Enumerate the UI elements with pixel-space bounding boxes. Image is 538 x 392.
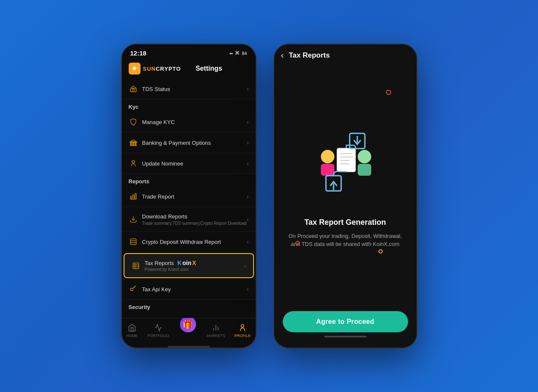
logo-area: ☀ SUNCRYPTO [129,63,181,75]
menu-item-crypto-deposit[interactable]: Crypto Deposit Withdraw Report › [122,232,256,252]
menu-text: TDS Status [142,86,170,92]
right-phone: ‹ Tax Reports [273,44,417,348]
menu-content: Crypto Deposit Withdraw Report [142,238,247,246]
svg-rect-15 [133,263,139,269]
signal-icon: ▪▪ [229,51,233,56]
tax-report-illustration [299,121,392,205]
app-logo-icon: ☀ [129,63,141,75]
header-title: Settings [196,65,222,72]
menu-content: Update Nominee [142,160,247,167]
svg-marker-6 [130,140,136,142]
chevron-right-icon: › [244,262,246,269]
app-header: ☀ SUNCRYPTO Settings [122,59,256,79]
menu-text: Tax Api Key [142,286,171,293]
menu-item-tax-reports[interactable]: Tax Reports KoinX Powered by KoinX.com › [124,253,254,278]
menu-item-tds-status[interactable]: TDS Status › [122,79,256,99]
section-label-security: Security [122,300,256,312]
menu-item-download-reports[interactable]: Download Reports Trade summary,TDS summa… [122,207,256,232]
koinx-subtext: Powered by KoinX.com [145,267,244,272]
nav-label-gift [188,335,189,339]
svg-rect-28 [358,164,371,176]
menu-text: Download Reports [142,213,188,220]
svg-rect-8 [130,196,132,199]
nav-label-portfolio: PORTFOLIO [147,334,169,338]
menu-subtext: Trade summary,TDS summary,Crypto Report … [142,221,247,226]
menu-text: Trade Report [142,193,174,200]
koinx-logo: KoinX [177,259,196,266]
svg-rect-12 [130,239,136,245]
svg-point-19 [130,288,133,291]
chevron-right-icon: › [247,193,249,200]
menu-item-tax-api-key[interactable]: Tax Api Key › [122,279,256,300]
nav-label-markets: MARKETS [207,334,225,338]
home-icon [127,323,137,332]
nav-label-home: HOME [127,334,138,338]
svg-point-25 [321,150,334,163]
download-icon [129,215,138,224]
chevron-right-icon: › [247,238,249,245]
menu-content: Download Reports Trade summary,TDS summa… [142,213,247,226]
menu-text: Manage KYC [142,119,175,125]
settings-list: TDS Status › Kyc Manage KYC › Banking & … [122,79,256,318]
svg-rect-5 [130,145,136,146]
back-button[interactable]: ‹ [281,50,284,60]
chevron-right-icon: › [247,160,249,167]
nav-item-profile[interactable]: PROFILE [235,323,251,338]
menu-text: Crypto Deposit Withdraw Report [142,239,221,245]
building-icon [129,84,138,94]
lock-icon [129,317,138,318]
home-indicator-right [324,336,367,337]
chart-icon [129,192,138,201]
menu-content: Tax Api Key [142,285,247,293]
shield-icon [129,117,138,127]
key-icon [129,284,138,294]
portfolio-icon [154,323,163,332]
wifi-icon: ⌘ [235,50,240,56]
svg-rect-26 [321,164,334,176]
nav-label-profile: PROFILE [235,334,251,338]
menu-content: Tax Reports KoinX Powered by KoinX.com [145,259,244,272]
menu-content: Banking & Payment Options [142,139,247,146]
markets-icon [211,323,221,332]
dot-decoration-1 [386,90,391,95]
app-logo-text: SUNCRYPTO [143,66,181,72]
chevron-right-icon: › [247,139,249,146]
bottom-nav: HOME PORTFOLIO 🎁 MARKETS PROFILE [122,318,256,344]
right-header: ‹ Tax Reports [274,44,417,64]
chevron-right-icon: › [247,286,249,293]
card-text: On Proceed your trading, Deposit, Withdr… [286,232,405,248]
menu-content: Manage KYC [142,118,247,126]
right-content: Tax Report Generation On Proceed your tr… [274,64,417,304]
battery-icon: 84 [242,51,247,56]
menu-text: Banking & Payment Options [142,140,211,146]
menu-item-manage-kyc[interactable]: Manage KYC › [122,112,256,133]
nav-item-gift[interactable]: 🎁 [179,322,197,339]
nav-item-markets[interactable]: MARKETS [207,323,225,338]
section-label-kyc: Kyc [122,99,256,112]
chevron-right-icon: › [247,86,249,92]
right-footer: Agree to Proceed [274,304,417,348]
nav-item-home[interactable]: HOME [127,323,138,338]
chevron-right-icon: › [247,216,249,223]
agree-to-proceed-button[interactable]: Agree to Proceed [283,311,408,332]
svg-rect-9 [132,195,134,199]
menu-item-banking-payment[interactable]: Banking & Payment Options › [122,133,256,153]
home-indicator [168,346,210,348]
bank-icon [129,138,138,147]
menu-item-trade-report[interactable]: Trade Report › [122,186,256,207]
profile-icon [238,323,247,332]
right-title: Tax Reports [289,51,330,60]
menu-item-update-nominee[interactable]: Update Nominee › [122,153,256,174]
nav-item-portfolio[interactable]: PORTFOLIO [147,323,169,338]
svg-point-24 [241,325,244,328]
menu-text: Update Nominee [142,160,184,167]
card-title: Tax Report Generation [304,218,386,227]
table-icon [131,261,141,271]
person-icon [129,159,138,168]
section-label-reports: Reports [122,174,256,186]
dot-decoration-2 [295,241,300,245]
status-bar: 12:18 ▪▪ ⌘ 84 [122,44,256,59]
menu-text: Tax Reports [145,260,174,266]
list-icon [129,237,138,246]
menu-item-update-mpin[interactable]: Update Mpin › [122,312,256,318]
